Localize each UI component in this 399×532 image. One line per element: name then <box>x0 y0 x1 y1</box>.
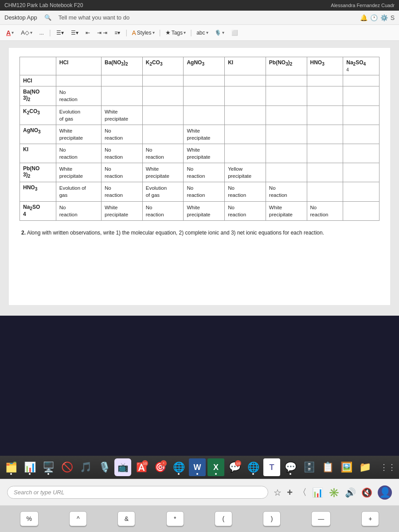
row-header-hno3: HNO3 <box>20 182 56 201</box>
user-avatar[interactable]: 👤 <box>378 485 392 500</box>
abc-button[interactable]: abc ▾ <box>195 29 210 37</box>
taskbar-icon-folder[interactable]: 📁 <box>356 458 373 476</box>
expand-button[interactable]: ⬜ <box>229 29 241 37</box>
taskbar-icon-teams[interactable]: T <box>263 458 280 476</box>
font-a-button[interactable]: A ▾ <box>4 28 16 37</box>
font-chevron: ▾ <box>12 30 14 35</box>
col-header-empty <box>20 57 56 75</box>
history-icon[interactable]: 🕐 <box>370 14 378 21</box>
cell-agno3-bano3: Noreaction <box>102 125 143 144</box>
styles-icon: A <box>132 29 136 36</box>
cell-bano3-bano3 <box>102 86 143 106</box>
cell-agno3-agno3: Whiteprecipitate <box>184 125 225 144</box>
cell-hcl-hno3 <box>307 75 343 86</box>
col-header-na2so4: Na2SO44 <box>343 57 379 75</box>
settings-button[interactable]: ✳️ <box>329 487 340 498</box>
key-percent[interactable]: % <box>20 511 39 526</box>
plus-button[interactable]: + <box>287 487 293 498</box>
key-dash[interactable]: — <box>311 511 331 526</box>
row-header-ki: KI <box>20 144 56 163</box>
col-header-bano3: Ba(NO3)2 <box>102 57 143 75</box>
taskbar-icon-db[interactable]: 🗄️ <box>301 458 317 476</box>
more-button[interactable]: ... <box>37 29 47 37</box>
font-color-button[interactable]: A◇ ▾ <box>18 28 35 37</box>
cell-ki-agno3: Whiteprecipitate <box>184 144 225 163</box>
styles-button[interactable]: A Styles ▾ <box>130 28 156 37</box>
indent-button[interactable]: ⇤ <box>83 29 93 37</box>
mute-button[interactable]: 🔇 <box>361 487 372 498</box>
separator1: | <box>49 29 51 37</box>
taskbar-icon-apple[interactable]: 🅰️10 <box>133 458 150 476</box>
key-caret[interactable]: ^ <box>69 511 87 526</box>
align-icon: ≡▾ <box>114 30 120 36</box>
row-header-bano3: Ba(NO3)2 <box>20 86 56 106</box>
row-header-na2so4: Na2SO4 <box>20 201 56 220</box>
mic-button[interactable]: 🎙️ ▾ <box>212 29 227 37</box>
cell-bano3-k2co3 <box>142 86 184 106</box>
cell-na2so4-pbno3: Whiteprecipitate <box>266 201 307 220</box>
taskbar-icon-target[interactable]: 🎯* <box>152 458 168 476</box>
key-open-paren[interactable]: ( <box>215 511 232 526</box>
cell-na2so4-ki: Noreaction <box>225 201 266 220</box>
abc-label: abc <box>196 30 205 36</box>
taskbar-icon-browser[interactable]: 🌐 <box>170 458 187 476</box>
tags-button[interactable]: ★ Tags ▾ <box>164 28 188 37</box>
key-ampersand[interactable]: & <box>117 511 135 526</box>
edge-icon[interactable]: S <box>391 14 395 21</box>
cell-hcl-na2so4 <box>343 75 379 86</box>
settings-icon[interactable]: ⚙️ <box>380 14 388 21</box>
abc-chevron: ▾ <box>206 30 208 35</box>
taskbar-icon-monitor[interactable]: 🖥️ <box>40 458 57 476</box>
chemistry-table: HCl Ba(NO3)2 K2CO3 AgNO3 KI Pb(NO3)2 HNO… <box>20 57 379 221</box>
stats-button[interactable]: 📊 <box>312 487 323 498</box>
styles-label: Styles <box>137 30 152 36</box>
tags-chevron: ▾ <box>184 30 186 35</box>
share-icon[interactable]: 🔔 <box>360 14 368 21</box>
cell-na2so4-bano3: Whiteprecipitate <box>102 201 143 220</box>
taskbar-icon-clipboard[interactable]: 📋 <box>319 458 336 476</box>
taskbar-icon-word[interactable]: W <box>189 458 206 476</box>
search-text[interactable]: Tell me what you want to do <box>59 14 129 21</box>
cell-hno3-pbno3: Noreaction <box>266 182 307 201</box>
back-button[interactable]: 〈 <box>298 486 307 498</box>
taskbar-icon-podcast[interactable]: 🎙️ <box>96 458 113 476</box>
taskbar-icon-grid[interactable]: ⋮⋮ <box>379 458 396 476</box>
table-row: K2CO3 Evolutionof gas Whiteprecipitate <box>20 106 379 125</box>
taskbar-icon-files[interactable]: 🗂️ <box>3 458 20 476</box>
col-header-ki: KI <box>225 57 266 75</box>
key-asterisk[interactable]: * <box>166 511 184 526</box>
outdent-icon: ⇥ ⇥ <box>97 30 107 36</box>
cell-hcl-bano3 <box>102 75 143 86</box>
taskbar-icon-music[interactable]: 🎵 <box>77 458 94 476</box>
key-plus[interactable]: + <box>361 511 379 526</box>
outdent-button[interactable]: ⇥ ⇥ <box>94 29 110 37</box>
cell-hno3-hcl: Evolution ofgas <box>56 182 101 201</box>
url-input[interactable]: Search or type URL <box>7 486 268 499</box>
cell-k2co3-na2so4 <box>343 106 379 125</box>
star-button[interactable]: ☆ <box>274 487 282 498</box>
taskbar-icon-whatsapp[interactable]: 💬10 <box>226 458 243 476</box>
list-button-2[interactable]: ☰▾ <box>68 29 81 37</box>
taskbar-icon-block[interactable]: 🚫 <box>59 458 75 476</box>
taskbar-icon-excel[interactable]: X <box>207 458 224 476</box>
taskbar-icon-tv[interactable]: 📺 <box>114 458 131 476</box>
cell-hno3-k2co3: Evolutionof gas <box>142 182 184 201</box>
cell-pbno3-hcl: Whiteprecipitate <box>56 163 101 182</box>
taskbar-icon-stats[interactable]: 📊 <box>21 458 38 476</box>
align-button[interactable]: ≡▾ <box>112 29 123 37</box>
taskbar-icon-chrome[interactable]: 🌐 <box>245 458 262 476</box>
taskbar-icon-messages[interactable]: 💬 <box>282 458 299 476</box>
list-button-1[interactable]: ☰▾ <box>54 29 66 37</box>
cell-bano3-hcl: Noreaction <box>56 86 101 106</box>
cell-agno3-na2so4 <box>343 125 379 144</box>
cell-pbno3-ki: Yellowprecipitate <box>225 163 266 182</box>
app-title: CHM120 Park Lab Notebook F20 <box>4 2 83 8</box>
cell-k2co3-bano3: Whiteprecipitate <box>102 106 143 125</box>
app-bar: Desktop App 🔍 Tell me what you want to d… <box>0 11 399 25</box>
taskbar-icon-photo[interactable]: 🖼️ <box>338 458 355 476</box>
cell-hno3-ki: Noreaction <box>225 182 266 201</box>
cell-pbno3-na2so4 <box>343 163 379 182</box>
key-close-paren[interactable]: ) <box>263 511 281 526</box>
volume-button[interactable]: 🔊 <box>345 487 356 498</box>
cell-hno3-agno3: Noreaction <box>184 182 225 201</box>
